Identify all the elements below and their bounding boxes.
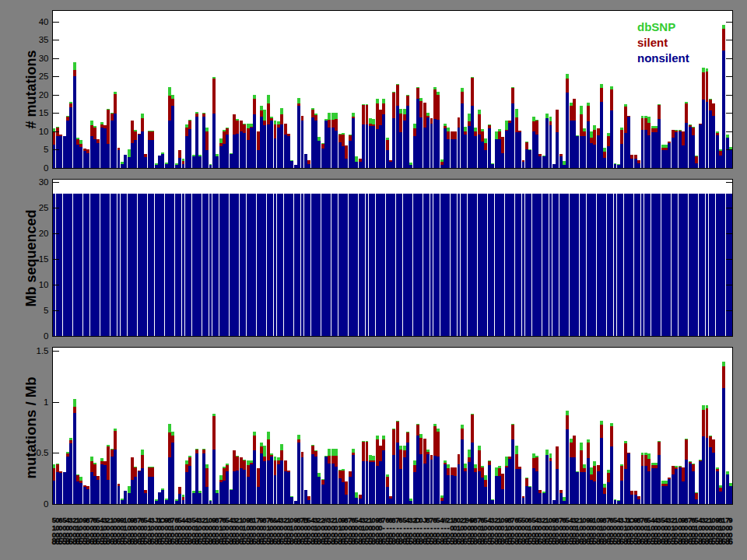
svg-text:35: 35 bbox=[39, 35, 49, 44]
svg-text:20: 20 bbox=[39, 229, 49, 238]
svg-text:mutations / Mb: mutations / Mb bbox=[23, 376, 39, 478]
svg-text:0: 0 bbox=[44, 163, 48, 173]
svg-text:25: 25 bbox=[39, 72, 49, 81]
svg-text:nonsilent: nonsilent bbox=[637, 51, 689, 65]
svg-text:10: 10 bbox=[39, 127, 49, 136]
svg-text:5: 5 bbox=[44, 306, 48, 315]
svg-text:40: 40 bbox=[39, 17, 49, 26]
svg-text:dbSNP: dbSNP bbox=[637, 20, 675, 33]
svg-text:5: 5 bbox=[44, 145, 48, 154]
svg-text:6: 6 bbox=[728, 537, 733, 546]
svg-text:25: 25 bbox=[39, 203, 49, 212]
svg-text:# mutations: # mutations bbox=[23, 50, 39, 128]
svg-text:1: 1 bbox=[44, 397, 48, 407]
svg-text:silent: silent bbox=[637, 36, 668, 49]
svg-text:30: 30 bbox=[39, 54, 49, 63]
svg-text:9: 9 bbox=[728, 516, 732, 524]
svg-text:15: 15 bbox=[39, 108, 49, 117]
svg-text:30: 30 bbox=[39, 177, 49, 187]
svg-text:10: 10 bbox=[39, 280, 49, 289]
svg-text:Mb sequenced: Mb sequenced bbox=[23, 209, 39, 306]
svg-text:0: 0 bbox=[44, 499, 48, 509]
svg-text:20: 20 bbox=[39, 90, 49, 100]
svg-text:15: 15 bbox=[39, 254, 49, 264]
svg-text:0: 0 bbox=[44, 331, 48, 341]
svg-text:1.5: 1.5 bbox=[37, 346, 49, 355]
